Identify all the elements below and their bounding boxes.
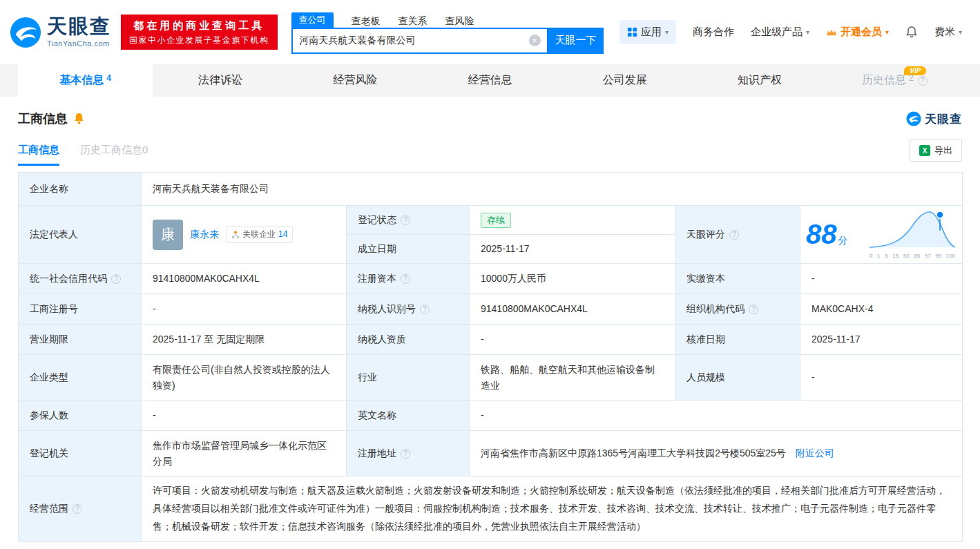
label-business-term: 营业期限	[19, 325, 142, 355]
label-reg-capital: 注册资本?	[347, 264, 470, 294]
legal-rep-name-link[interactable]: 康永来	[190, 227, 219, 242]
tianyancha-watermark: 天眼查	[906, 111, 962, 127]
business-info-table: 企业名称 河南天兵航天装备有限公司 法定代表人 康 康永来 关联企业 14	[18, 172, 963, 542]
chevron-down-icon: ▾	[806, 28, 809, 36]
header-menu: 应用 ▾ 商务合作 企业级产品 ▾ 开通会员 ▾ 费米 ▾	[619, 20, 962, 44]
value-est-date: 2025-11-17	[470, 235, 675, 264]
vip-badge: VIP	[904, 66, 926, 75]
label-company-type: 企业类型	[19, 355, 142, 401]
sub-tabs: 工商信息 历史工商信息0 X 导出	[0, 127, 980, 166]
score-curve-chart	[868, 209, 957, 251]
nearby-companies-link[interactable]: 附近公司	[796, 447, 834, 459]
export-button[interactable]: X 导出	[910, 139, 962, 162]
value-english-name: -	[470, 401, 963, 431]
monitor-bell-icon[interactable]	[73, 113, 85, 125]
search-tab-boss[interactable]: 查老板	[352, 15, 381, 28]
value-score: 88分 015 155085 9799100	[800, 206, 963, 264]
user-name: 费米	[934, 26, 955, 39]
slogan-line1: 都在用的商业查询工具	[129, 18, 269, 33]
search-block: 查公司 查老板 查关系 查风险 × 天眼一下	[291, 11, 604, 54]
label-org-code: 组织机构代码?	[675, 294, 800, 325]
status-badge: 存续	[481, 213, 511, 228]
label-reg-number: 工商注册号	[19, 294, 142, 325]
value-taxpayer-quality: -	[470, 325, 675, 355]
tab-count: 2	[909, 73, 914, 83]
score-number: 88分	[806, 220, 848, 249]
section-header: 工商信息 天眼查	[0, 97, 980, 127]
tab-count: 4	[106, 73, 111, 83]
label-reg-authority: 登记机关	[19, 431, 142, 476]
menu-business-cooperation[interactable]: 商务合作	[693, 26, 734, 39]
section-title: 工商信息	[18, 110, 68, 127]
tianyancha-logo[interactable]: 天眼查 TianYanCha.com	[10, 17, 111, 48]
label-industry: 行业	[347, 355, 470, 401]
watermark-brand: 天眼查	[925, 111, 962, 127]
help-icon[interactable]: ?	[401, 215, 410, 225]
label-paid-capital: 实缴资本	[675, 264, 800, 294]
value-business-term: 2025-11-17 至 无固定期限	[142, 325, 347, 355]
label-english-name: 英文名称	[347, 401, 470, 431]
value-company-name: 河南天兵航天装备有限公司	[142, 173, 963, 206]
notification-bell-icon[interactable]	[905, 26, 918, 39]
help-icon[interactable]: ?	[729, 230, 739, 240]
label-score: 天眼评分?	[675, 206, 800, 264]
tianyancha-logo-icon	[906, 111, 921, 126]
subtab-business-info[interactable]: 工商信息	[18, 144, 59, 166]
help-icon[interactable]: ?	[401, 274, 410, 284]
label-legal-rep: 法定代表人	[19, 206, 142, 264]
tab-operating-info[interactable]: 经营信息	[423, 64, 557, 97]
apps-menu[interactable]: 应用 ▾	[619, 20, 676, 44]
org-chart-icon	[231, 231, 240, 239]
related-count: 14	[278, 228, 287, 242]
help-icon[interactable]: ?	[749, 305, 758, 314]
tab-intellectual-property[interactable]: 知识产权	[692, 64, 827, 97]
tab-legal-proceedings[interactable]: 法律诉讼	[153, 64, 287, 97]
search-tab-relation[interactable]: 查关系	[398, 15, 427, 28]
clear-search-icon[interactable]: ×	[529, 35, 541, 46]
label-taxpayer-quality: 纳税人资质	[347, 325, 470, 355]
search-tab-company[interactable]: 查公司	[291, 12, 334, 28]
help-icon[interactable]: ?	[918, 76, 928, 86]
value-insured-count: -	[142, 401, 347, 431]
legal-rep-avatar[interactable]: 康	[153, 220, 183, 250]
related-companies-badge[interactable]: 关联企业 14	[226, 226, 293, 244]
label-approval-date: 核准日期	[675, 325, 800, 355]
tab-company-development[interactable]: 公司发展	[557, 64, 692, 97]
search-tabs: 查公司 查老板 查关系 查风险	[291, 11, 604, 28]
value-industry: 铁路、船舶、航空航天和其他运输设备制造业	[470, 355, 675, 401]
help-icon[interactable]: ?	[420, 305, 430, 314]
menu-open-vip[interactable]: 开通会员 ▾	[826, 26, 889, 39]
chevron-down-icon: ▾	[665, 28, 669, 36]
subtab-history-business-info[interactable]: 历史工商信息0	[80, 144, 148, 166]
tab-basic-info[interactable]: 基本信息 4	[18, 64, 153, 97]
search-button[interactable]: 天眼一下	[548, 28, 604, 54]
grid-icon	[627, 27, 637, 37]
label-staff-size: 人员规模	[675, 355, 800, 401]
tab-operating-risk[interactable]: 经营风险	[288, 64, 423, 97]
logo-domain: TianYanCha.com	[47, 39, 111, 48]
value-reg-status: 存续	[470, 206, 675, 235]
value-reg-number: -	[142, 294, 347, 325]
value-credit-code: 91410800MAK0CAHX4L	[142, 264, 347, 294]
help-icon[interactable]: ?	[73, 504, 82, 514]
label-reg-address: 注册地址?	[347, 431, 470, 476]
score-chart: 015 155085 9799100	[868, 209, 957, 260]
value-taxpayer-id: 91410800MAK0CAHX4L	[470, 294, 675, 325]
label-insured-count: 参保人数	[19, 401, 142, 431]
tab-history-info[interactable]: VIP 历史信息 2 ?	[827, 64, 962, 97]
score-axis: 015 155085 9799100	[868, 251, 957, 260]
value-reg-address: 河南省焦作市高新区中原路1365号河南理工大学科技园2号楼505室25号 附近公…	[470, 431, 963, 476]
help-icon[interactable]: ?	[111, 274, 121, 284]
logo-brand: 天眼查	[47, 17, 111, 37]
search-tab-risk[interactable]: 查风险	[445, 15, 474, 28]
menu-enterprise-products[interactable]: 企业级产品 ▾	[751, 26, 809, 39]
value-legal-rep: 康 康永来 关联企业 14	[142, 206, 347, 264]
user-menu[interactable]: 费米 ▾	[934, 26, 962, 39]
header: 天眼查 TianYanCha.com 都在用的商业查询工具 国家中小企业发展子基…	[0, 0, 980, 64]
search-input[interactable]	[293, 35, 529, 46]
main-nav-tabs: 基本信息 4 法律诉讼 经营风险 经营信息 公司发展 知识产权 VIP 历史信息…	[0, 64, 980, 97]
apps-menu-label: 应用	[641, 26, 662, 39]
value-paid-capital: -	[800, 264, 963, 294]
help-icon[interactable]: ?	[401, 449, 410, 459]
search-box: ×	[291, 28, 548, 54]
